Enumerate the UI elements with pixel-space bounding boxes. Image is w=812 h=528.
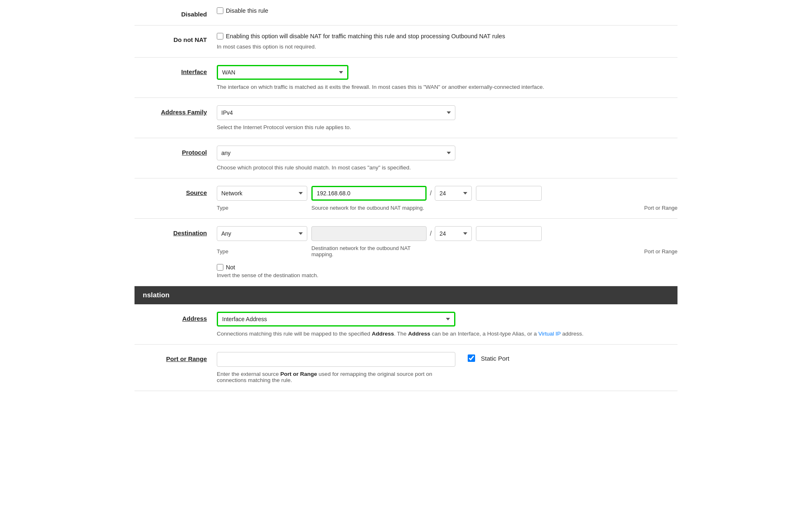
disabled-row: Disabled Disable this rule <box>135 0 677 25</box>
address-family-label: Address Family <box>135 105 217 116</box>
address-help: Connections matching this rule will be m… <box>217 331 677 337</box>
not-checkbox-label[interactable]: Not <box>217 264 677 271</box>
source-label-link[interactable]: Source <box>186 189 207 196</box>
static-port-label: Static Port <box>481 355 509 362</box>
not-section: Not Invert the sense of the destination … <box>217 264 677 278</box>
source-port-range-input[interactable] <box>476 186 542 201</box>
source-slash: / <box>427 186 435 201</box>
address-select[interactable]: Interface Address Interface IP Other Sub… <box>217 312 455 327</box>
address-family-label-link[interactable]: Address Family <box>161 109 207 116</box>
port-range-label: Port or Range <box>135 352 217 362</box>
destination-network-input[interactable] <box>311 226 427 241</box>
page-container: Disabled Disable this rule Do not NAT En… <box>135 0 677 391</box>
address-family-row: Address Family IPv4 IPv6 IPv4+IPv6 Selec… <box>135 98 677 138</box>
address-row-label: Address <box>135 312 217 322</box>
port-range-left: Enter the external source Port or Range … <box>217 352 455 383</box>
destination-inputs-row: Any Network LAN subnet This Firewall / 8… <box>217 226 677 241</box>
address-content: Interface Address Interface IP Other Sub… <box>217 312 677 337</box>
translation-section-header: nslation <box>135 286 677 304</box>
do-not-nat-checkbox-label[interactable]: Enabling this option will disable NAT fo… <box>217 33 677 39</box>
source-type-select[interactable]: Network Any LAN subnet This Firewall <box>217 186 307 201</box>
translation-section: Address Interface Address Interface IP O… <box>135 304 677 391</box>
interface-help: The interface on which traffic is matche… <box>217 84 677 90</box>
disabled-content: Disable this rule <box>217 7 677 14</box>
address-select-wrap: Interface Address Interface IP Other Sub… <box>217 312 677 327</box>
interface-label: Interface <box>135 65 217 75</box>
not-checkbox[interactable] <box>217 264 223 271</box>
address-family-help: Select the Internet Protocol version thi… <box>217 124 677 130</box>
protocol-label: Protocol <box>135 146 217 156</box>
interface-row: Interface WAN LAN OPT1 The interface on … <box>135 58 677 98</box>
destination-label-link[interactable]: Destination <box>173 229 207 236</box>
do-not-nat-row: Do not NAT Enabling this option will dis… <box>135 25 677 58</box>
disabled-label: Disabled <box>135 7 217 18</box>
port-range-label-link[interactable]: Port or Range <box>166 355 207 362</box>
destination-port-range-input[interactable] <box>476 226 542 241</box>
disable-rule-checkbox-label[interactable]: Disable this rule <box>217 7 677 14</box>
interface-select[interactable]: WAN LAN OPT1 <box>217 65 348 80</box>
destination-row: Destination Any Network LAN subnet This … <box>135 219 677 286</box>
destination-slash: / <box>427 226 435 241</box>
destination-type-select[interactable]: Any Network LAN subnet This Firewall <box>217 226 307 241</box>
virtual-ip-link[interactable]: Virtual IP <box>538 331 561 337</box>
destination-col-labels: Type Destination network for the outboun… <box>217 245 677 257</box>
port-range-help: Enter the external source Port or Range … <box>217 371 455 383</box>
destination-label: Destination <box>135 226 217 236</box>
do-not-nat-checkbox[interactable] <box>217 33 223 39</box>
destination-network-col-label: Destination network for the outbound NAT… <box>311 245 427 257</box>
protocol-select[interactable]: any TCP UDP TCP/UDP ICMP <box>217 146 455 160</box>
destination-type-col-label: Type <box>217 248 307 255</box>
interface-content: WAN LAN OPT1 The interface on which traf… <box>217 65 677 90</box>
destination-cidr-select[interactable]: 8162425262728293032 <box>435 226 472 241</box>
address-label-link[interactable]: Address <box>182 315 207 322</box>
do-not-nat-label: Do not NAT <box>135 33 217 43</box>
source-col-labels: Type Source network for the outbound NAT… <box>217 205 677 211</box>
source-cidr-select[interactable]: 8162425262728293032 <box>435 186 472 201</box>
address-family-content: IPv4 IPv6 IPv4+IPv6 Select the Internet … <box>217 105 677 130</box>
destination-content: Any Network LAN subnet This Firewall / 8… <box>217 226 677 278</box>
source-type-col-label: Type <box>217 205 307 211</box>
source-label: Source <box>135 186 217 196</box>
port-range-row: Port or Range Enter the external source … <box>135 345 677 391</box>
do-not-nat-help: In most cases this option is not require… <box>217 44 677 50</box>
port-range-inputs: Enter the external source Port or Range … <box>217 352 677 383</box>
protocol-help: Choose which protocol this rule should m… <box>217 164 677 171</box>
destination-port-col-label: Port or Range <box>640 248 677 255</box>
protocol-row: Protocol any TCP UDP TCP/UDP ICMP Choose… <box>135 138 677 178</box>
port-range-input[interactable] <box>217 352 455 367</box>
interface-label-link[interactable]: Interface <box>181 68 207 75</box>
protocol-label-link[interactable]: Protocol <box>182 149 207 156</box>
source-row: Source Network Any LAN subnet This Firew… <box>135 178 677 219</box>
protocol-content: any TCP UDP TCP/UDP ICMP Choose which pr… <box>217 146 677 171</box>
port-range-content: Enter the external source Port or Range … <box>217 352 677 383</box>
static-port-section: Static Port <box>468 352 509 362</box>
source-network-col-label: Source network for the outbound NAT mapp… <box>311 205 427 211</box>
interface-select-wrap: WAN LAN OPT1 <box>217 65 677 80</box>
source-port-col-label: Port or Range <box>640 205 677 211</box>
address-family-select[interactable]: IPv4 IPv6 IPv4+IPv6 <box>217 105 455 120</box>
static-port-checkbox[interactable] <box>468 354 475 362</box>
not-help: Invert the sense of the destination matc… <box>217 272 677 278</box>
source-network-input[interactable] <box>311 186 427 201</box>
address-row: Address Interface Address Interface IP O… <box>135 304 677 345</box>
do-not-nat-content: Enabling this option will disable NAT fo… <box>217 33 677 50</box>
disable-rule-checkbox[interactable] <box>217 7 223 14</box>
source-inputs-row: Network Any LAN subnet This Firewall / 8… <box>217 186 677 201</box>
source-content: Network Any LAN subnet This Firewall / 8… <box>217 186 677 211</box>
